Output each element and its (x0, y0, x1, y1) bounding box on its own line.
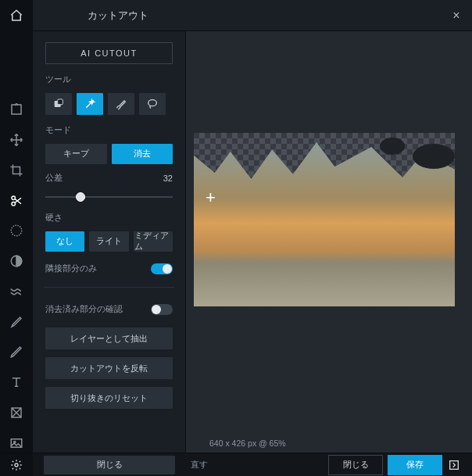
svg-rect-0 (12, 105, 21, 114)
svg-point-3 (11, 226, 22, 237)
hardness-light-button[interactable]: ライト (89, 231, 128, 252)
svg-rect-12 (450, 460, 459, 469)
extract-layer-button[interactable]: レイヤーとして抽出 (45, 327, 173, 349)
erased-blob (380, 138, 405, 155)
redo-label[interactable]: 直す (186, 459, 208, 471)
cutout-panel: AI CUTOUT ツール モード キープ 消去 公差 32 硬さ (33, 31, 186, 453)
close-button[interactable]: × (441, 0, 472, 31)
save-button[interactable]: 保存 (388, 455, 442, 475)
erased-blob (413, 144, 455, 169)
titlebar: カットアウト × (0, 0, 472, 31)
panel-close-button[interactable]: 閉じる (44, 456, 175, 474)
shape-tool-button[interactable] (45, 93, 72, 115)
contiguous-label: 隣接部分のみ (45, 263, 97, 274)
settings-button[interactable] (0, 453, 33, 477)
text-icon[interactable] (6, 373, 27, 392)
confirm-erased-toggle[interactable] (151, 304, 173, 315)
divider (44, 287, 174, 288)
hardness-medium-button[interactable]: ミディアム (134, 231, 173, 252)
footer-close-button[interactable]: 閉じる (328, 455, 383, 475)
confirm-erased-label: 消去済み部分の確認 (45, 303, 123, 315)
home-button[interactable] (0, 0, 33, 31)
lasso-tool-button[interactable] (139, 93, 166, 115)
crop-icon[interactable] (6, 161, 27, 181)
hardness-label: 硬さ (45, 212, 173, 224)
hardness-none-button[interactable]: なし (45, 231, 84, 252)
mode-label: モード (45, 124, 173, 136)
mode-remove-button[interactable]: 消去 (112, 144, 173, 164)
svg-point-11 (15, 463, 18, 467)
canvas-dimensions: 640 x 426 px @ 65% (209, 438, 292, 448)
mode-keep-button[interactable]: キープ (45, 144, 107, 164)
contiguous-toggle[interactable] (151, 263, 173, 274)
adjust-icon[interactable] (6, 221, 27, 241)
canvas-area[interactable]: + 640 x 426 px @ 65% (186, 31, 472, 453)
image-icon[interactable] (6, 433, 27, 453)
arrange-icon[interactable] (6, 100, 27, 120)
magic-tool-button[interactable] (77, 93, 103, 115)
footer: 閉じる 直す 閉じる 保存 (0, 453, 472, 476)
fill-icon[interactable] (6, 403, 27, 423)
liquify-icon[interactable] (6, 282, 27, 302)
brush-tool-button[interactable] (108, 93, 134, 115)
tolerance-slider[interactable] (45, 191, 173, 202)
panel-title: カットアウト (33, 9, 441, 23)
tolerance-value: 32 (163, 174, 173, 183)
tool-column (0, 31, 33, 453)
draw-icon[interactable] (6, 342, 27, 362)
brush-icon[interactable] (6, 312, 27, 331)
tolerance-label: 公差 (45, 172, 63, 184)
move-icon[interactable] (6, 131, 27, 150)
invert-cutout-button[interactable]: カットアウトを反転 (45, 357, 173, 379)
svg-rect-9 (58, 99, 63, 105)
tool-label: ツール (45, 73, 173, 85)
crosshair-cursor: + (206, 188, 216, 208)
cutout-icon[interactable] (6, 191, 27, 210)
ai-cutout-button[interactable]: AI CUTOUT (45, 42, 173, 64)
svg-point-10 (148, 100, 157, 106)
contrast-icon[interactable] (6, 252, 27, 271)
reset-crop-button[interactable]: 切り抜きのリセット (45, 387, 173, 409)
expand-button[interactable] (442, 453, 466, 477)
